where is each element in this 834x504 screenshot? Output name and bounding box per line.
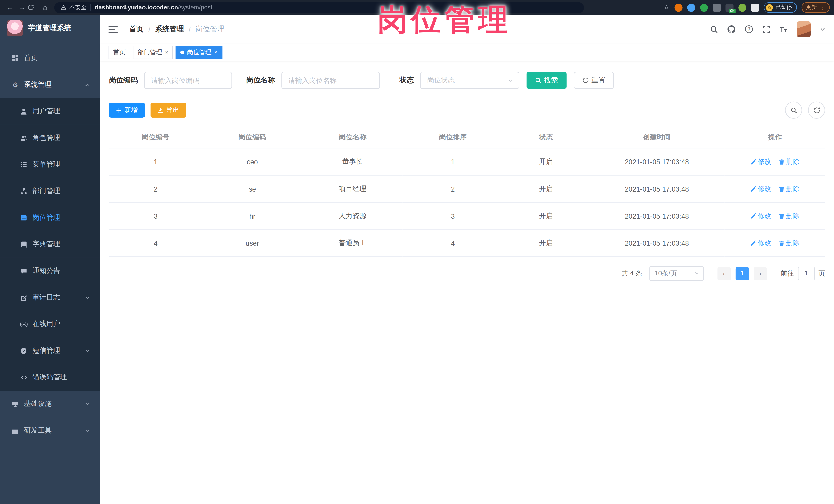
sidebar-item-错误码管理[interactable]: 错误码管理 [0, 364, 100, 391]
font-size-icon[interactable] [779, 25, 788, 33]
tab-close-icon[interactable]: × [165, 49, 168, 56]
sidebar-item-在线用户[interactable]: 在线用户 [0, 311, 100, 337]
next-page-button[interactable]: › [753, 267, 767, 280]
breadcrumb-separator: / [189, 25, 191, 33]
sidebar-item-审计日志[interactable]: 审计日志 [0, 284, 100, 311]
cell-sort: 1 [403, 148, 503, 175]
profile-paused-pill[interactable]: ☺ 已暂停 [764, 2, 797, 13]
screen: ← → ⌂ 不安全 dashboard.yudao.iocoder.cn/sys… [0, 0, 834, 504]
online-icon [20, 320, 28, 328]
delete-link[interactable]: 删除 [778, 212, 799, 221]
post-code-input-field[interactable] [145, 76, 232, 84]
browser-back-icon[interactable]: ← [4, 0, 16, 15]
cell-created: 2021-01-05 17:03:48 [589, 202, 725, 229]
goto-page-input[interactable] [797, 266, 814, 280]
chevron-down-icon [85, 428, 90, 433]
table-row: 4user普通员工4开启2021-01-05 17:03:48修改删除 [109, 229, 825, 257]
annotation-overlay-text: 岗位管理 [378, 0, 511, 40]
sidebar-item-字典管理[interactable]: 字典管理 [0, 231, 100, 258]
chevron-down-icon [507, 78, 513, 84]
current-page-button[interactable]: 1 [736, 267, 749, 280]
ext-puzzle-icon[interactable] [751, 3, 759, 11]
sidebar-item-研发工具[interactable]: 研发工具 [0, 417, 100, 444]
ext-grid-icon[interactable] [712, 3, 721, 11]
sidebar-item-系统管理[interactable]: ⚙系统管理 [0, 71, 100, 98]
status-select[interactable]: 岗位状态 [420, 72, 519, 89]
devtool-icon [11, 426, 19, 434]
breadcrumb-home[interactable]: 首页 [129, 24, 144, 34]
sidebar-item-label: 角色管理 [32, 133, 100, 143]
cell-name: 普通员工 [302, 229, 403, 257]
bookmark-star-icon[interactable]: ☆ [664, 4, 670, 11]
delete-link[interactable]: 删除 [778, 239, 799, 247]
add-button[interactable]: 新增 [109, 103, 145, 117]
edit-link[interactable]: 修改 [750, 239, 771, 247]
sidebar-item-label: 审计日志 [32, 293, 85, 302]
sidebar-item-部门管理[interactable]: 部门管理 [0, 178, 100, 204]
post-name-input-field[interactable] [282, 76, 379, 84]
sidebar-logo[interactable]: 芋道管理系统 [0, 15, 100, 42]
ext-orange-icon[interactable] [674, 3, 682, 11]
chevron-down-icon [85, 294, 90, 300]
sidebar-item-基础设施[interactable]: 基础设施 [0, 391, 100, 417]
ext-green-check-icon[interactable] [700, 3, 708, 11]
sidebar-item-短信管理[interactable]: 短信管理 [0, 337, 100, 364]
ext-pin-icon[interactable] [687, 3, 695, 11]
url-domain: dashboard.yudao.iocoder.cn [95, 4, 178, 11]
export-button[interactable]: 导出 [150, 103, 186, 117]
tab-首页[interactable]: 首页 [109, 45, 130, 59]
ext-leaf-icon[interactable] [738, 3, 746, 11]
tab-岗位管理[interactable]: 岗位管理× [176, 45, 222, 59]
sidebar-item-label: 研发工具 [24, 426, 85, 435]
prev-page-button[interactable]: ‹ [717, 267, 730, 280]
edit-link[interactable]: 修改 [750, 212, 771, 221]
cell-actions: 修改删除 [725, 229, 825, 257]
total-count: 共 4 条 [622, 269, 642, 278]
browser-home-icon[interactable]: ⌂ [39, 0, 51, 15]
help-icon[interactable]: ? [745, 25, 753, 34]
browser-toolbar-right: ☆ CN ☺ 已暂停 更新 ⋮ [664, 2, 830, 13]
chrome-update-button[interactable]: 更新 ⋮ [802, 2, 830, 13]
column-header-岗位排序: 岗位排序 [403, 126, 503, 148]
chrome-menu-icon[interactable]: ⋮ [820, 5, 826, 10]
browser-reload-icon[interactable] [28, 4, 40, 11]
toggle-search-button[interactable] [785, 102, 802, 118]
avatar-caret-icon[interactable] [820, 26, 826, 32]
user-avatar[interactable] [797, 21, 811, 37]
breadcrumb-system[interactable]: 系统管理 [155, 24, 184, 34]
tab-close-icon[interactable]: × [214, 49, 217, 56]
sidebar-item-label: 部门管理 [32, 186, 100, 196]
edit-link[interactable]: 修改 [750, 184, 771, 193]
sidebar-item-首页[interactable]: 首页 [0, 45, 100, 71]
sidebar-item-用户管理[interactable]: 用户管理 [0, 98, 100, 125]
reset-button[interactable]: 重置 [574, 72, 614, 89]
sidebar-item-通知公告[interactable]: 通知公告 [0, 258, 100, 284]
ext-translate-icon[interactable]: CN [725, 3, 733, 11]
browser-forward-icon[interactable]: → [16, 0, 28, 15]
delete-link[interactable]: 删除 [778, 157, 799, 166]
app-title: 芋道管理系统 [28, 23, 71, 33]
action-label: 删除 [786, 212, 799, 221]
post-name-input[interactable] [281, 72, 380, 89]
refresh-button[interactable] [808, 102, 825, 118]
column-header-岗位名称: 岗位名称 [302, 126, 403, 148]
sidebar-item-角色管理[interactable]: 角色管理 [0, 125, 100, 151]
sidebar-item-岗位管理[interactable]: 岗位管理 [0, 204, 100, 231]
search-icon[interactable] [710, 25, 718, 33]
edit-link[interactable]: 修改 [750, 157, 771, 166]
cell-created: 2021-01-05 17:03:48 [589, 175, 725, 202]
post-code-input[interactable] [144, 72, 232, 89]
cell-id: 4 [109, 229, 202, 257]
page-size-select[interactable]: 10条/页 [649, 266, 703, 281]
fullscreen-icon[interactable] [762, 25, 770, 33]
sidebar-toggle-icon[interactable] [109, 26, 117, 33]
search-button[interactable]: 搜索 [526, 72, 566, 89]
goto-label: 前往 [781, 269, 794, 278]
tab-部门管理[interactable]: 部门管理× [133, 45, 173, 59]
delete-link[interactable]: 删除 [778, 184, 799, 193]
github-icon[interactable] [727, 25, 736, 34]
cell-name: 项目经理 [302, 175, 403, 202]
sidebar-item-菜单管理[interactable]: 菜单管理 [0, 151, 100, 178]
sidebar-item-label: 基础设施 [24, 399, 85, 409]
breadcrumb: 首页 / 系统管理 / 岗位管理 [129, 24, 224, 34]
